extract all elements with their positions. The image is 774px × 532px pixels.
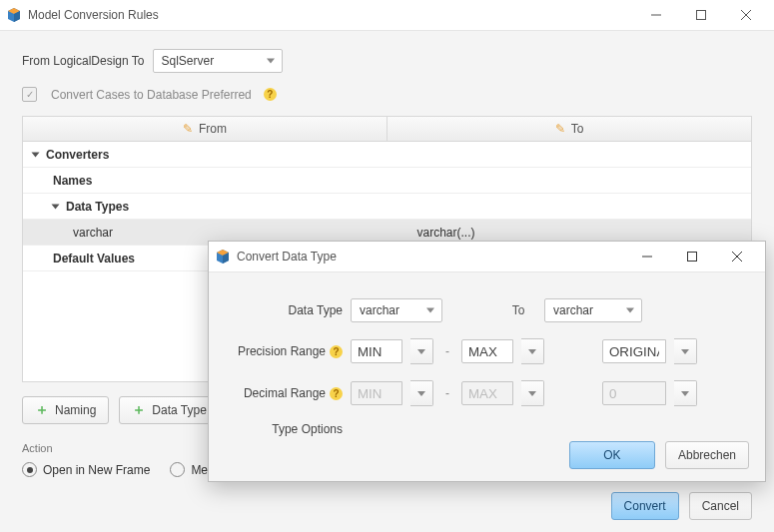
dialog-minimize-button[interactable]: [624, 242, 669, 271]
convert-cases-label: Convert Cases to Database Preferred: [51, 88, 252, 102]
close-icon: [741, 10, 751, 20]
main-title: Model Conversion Rules: [28, 8, 159, 22]
pencil-icon: ✎: [555, 122, 565, 136]
close-icon: [732, 252, 742, 262]
add-datatype-button[interactable]: ＋ Data Type: [119, 396, 219, 424]
plus-icon: ＋: [35, 401, 49, 419]
decimal-min-input: [351, 381, 402, 405]
precision-min-input[interactable]: [351, 339, 402, 363]
dialog-close-button[interactable]: [714, 242, 759, 271]
svg-rect-0: [696, 11, 705, 20]
dialog-titlebar: Convert Data Type: [209, 242, 765, 272]
chevron-down-icon: [52, 204, 60, 209]
dialog-title: Convert Data Type: [237, 250, 337, 264]
decimal-max-input: [461, 381, 513, 405]
main-titlebar: Model Conversion Rules: [0, 0, 774, 31]
convert-datatype-dialog: Convert Data Type Data Type varchar To v…: [208, 241, 766, 482]
radio-merge[interactable]: Me: [170, 462, 208, 477]
radio-icon: [22, 462, 37, 477]
decimal-result-input: [602, 381, 666, 405]
chevron-down-icon: [32, 152, 40, 157]
abbrechen-button[interactable]: Abbrechen: [665, 441, 749, 469]
minimize-icon: [651, 10, 661, 20]
target-db-select[interactable]: SqlServer: [153, 49, 283, 73]
maximize-icon: [687, 252, 697, 262]
precision-min-dropdown[interactable]: [410, 338, 433, 364]
col-from[interactable]: ✎ From: [23, 117, 387, 141]
col-to[interactable]: ✎ To: [387, 117, 751, 141]
chevron-down-icon: [417, 349, 425, 354]
app-cube-icon: [215, 249, 231, 265]
grid-header: ✎ From ✎ To: [23, 117, 751, 142]
decimal-result-dropdown: [674, 380, 697, 406]
dialog-maximize-button[interactable]: [669, 242, 714, 271]
type-options-label: Type Options: [233, 422, 343, 436]
dtype-to-select[interactable]: varchar: [544, 298, 642, 322]
radio-icon: [170, 462, 185, 477]
decimal-label: Decimal Range?: [233, 386, 343, 400]
dtype-label: Data Type: [233, 303, 343, 317]
dtype-from-select[interactable]: varchar: [351, 298, 442, 322]
chevron-down-icon: [681, 391, 689, 396]
precision-result-dropdown[interactable]: [674, 338, 697, 364]
chevron-down-icon: [528, 349, 536, 354]
maximize-button[interactable]: [678, 0, 723, 30]
radio-open-frame[interactable]: Open in New Frame: [22, 462, 150, 477]
help-icon[interactable]: ?: [264, 88, 277, 101]
main-window: Model Conversion Rules From LogicalDesig…: [0, 0, 774, 532]
help-icon[interactable]: ?: [330, 345, 343, 358]
grid-row-names[interactable]: Names: [23, 168, 751, 194]
precision-max-input[interactable]: [461, 339, 513, 363]
pencil-icon: ✎: [183, 122, 193, 136]
from-to-label: From LogicalDesign To: [22, 54, 145, 68]
decimal-max-dropdown: [521, 380, 544, 406]
svg-rect-1: [687, 253, 696, 262]
chevron-down-icon: [528, 391, 536, 396]
precision-result-input[interactable]: [602, 339, 666, 363]
add-naming-button[interactable]: ＋ Naming: [22, 396, 109, 424]
decimal-min-dropdown: [410, 380, 433, 406]
help-icon[interactable]: ?: [330, 387, 343, 400]
app-cube-icon: [6, 7, 22, 23]
grid-row-datatypes[interactable]: Data Types: [23, 194, 751, 220]
precision-label: Precision Range?: [233, 344, 343, 358]
to-label: To: [500, 303, 536, 317]
convert-button[interactable]: Convert: [611, 492, 679, 520]
minimize-button[interactable]: [633, 0, 678, 30]
maximize-icon: [696, 10, 706, 20]
plus-icon: ＋: [132, 401, 146, 419]
grid-row-converters[interactable]: Converters: [23, 142, 751, 168]
minimize-icon: [642, 252, 652, 262]
precision-max-dropdown[interactable]: [521, 338, 544, 364]
close-button[interactable]: [723, 0, 768, 30]
convert-cases-checkbox[interactable]: [22, 87, 37, 102]
chevron-down-icon: [681, 349, 689, 354]
chevron-down-icon: [417, 391, 425, 396]
cancel-button[interactable]: Cancel: [689, 492, 752, 520]
ok-button[interactable]: OK: [569, 441, 655, 469]
